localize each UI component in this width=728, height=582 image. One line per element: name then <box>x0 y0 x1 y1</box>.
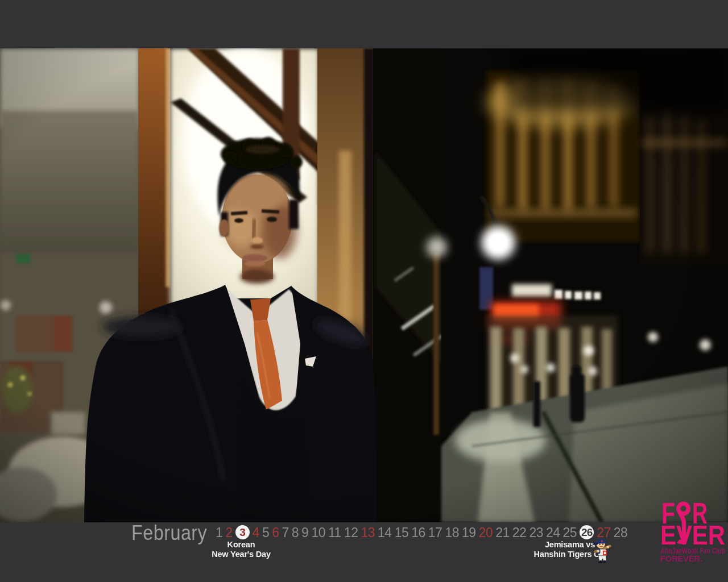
calendar-wallpaper: February 1234567891011121314151617181920… <box>0 0 728 582</box>
calendar-day-19: 19 <box>462 525 476 540</box>
calendar-day-25: 25 <box>563 525 577 540</box>
calendar-day-1: 1 <box>216 525 222 540</box>
calendar-day-22: 22 <box>512 525 527 540</box>
calendar-day-17: 17 <box>428 525 442 540</box>
calendar-day-13: 13 <box>361 525 375 540</box>
photo-vignette <box>0 48 728 522</box>
logo-tagline-forever: FOREVER. <box>660 554 702 563</box>
photo-night-street-portrait <box>0 48 728 522</box>
calendar-day-20: 20 <box>479 525 493 540</box>
calendar-day-7: 7 <box>282 525 288 540</box>
date-row: 1234567891011121314151617181920212223242… <box>216 525 627 540</box>
baseball-player-mascot-icon <box>592 537 613 563</box>
calendar-day-4: 4 <box>253 525 259 540</box>
calendar-day-6: 6 <box>272 525 279 540</box>
calendar-day-15: 15 <box>395 525 409 540</box>
event-line: New Year's Day <box>196 550 287 559</box>
calendar-day-28: 28 <box>614 525 628 540</box>
event-line: Korean <box>196 540 287 550</box>
calendar-day-21: 21 <box>495 525 510 540</box>
calendar-day-2: 2 <box>225 525 232 540</box>
calendar-day-8: 8 <box>292 525 299 540</box>
forever-fanclub-logo: F R EVER AhnJaeWook Fan Club FOREVER. <box>660 501 727 563</box>
calendar-day-14: 14 <box>378 525 392 540</box>
top-frame-bar <box>0 0 728 48</box>
calendar-day-18: 18 <box>445 525 459 540</box>
calendar-day-3: 3 <box>235 525 250 539</box>
calendar-day-9: 9 <box>301 525 308 540</box>
logo-word-ever: EVER <box>660 520 725 550</box>
calendar-day-10: 10 <box>311 525 325 540</box>
calendar-day-23: 23 <box>529 525 543 540</box>
calendar-day-12: 12 <box>344 525 358 540</box>
calendar-day-24: 24 <box>546 525 560 540</box>
calendar-day-5: 5 <box>262 525 269 540</box>
event-label-korean-new-year: Korean New Year's Day <box>196 540 287 559</box>
calendar-day-11: 11 <box>328 525 341 540</box>
photo-dark-sky <box>512 48 728 111</box>
calendar-day-16: 16 <box>411 525 425 540</box>
